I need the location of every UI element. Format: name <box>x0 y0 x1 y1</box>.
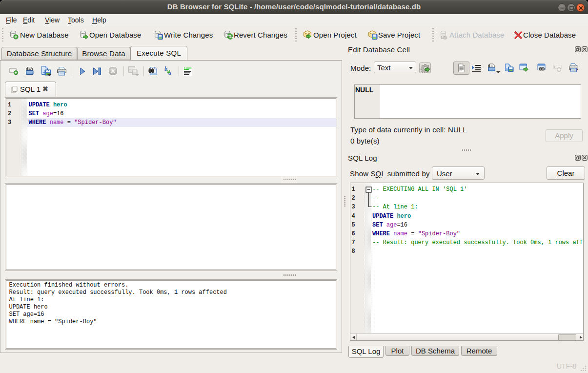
svg-text:b: b <box>164 66 167 72</box>
